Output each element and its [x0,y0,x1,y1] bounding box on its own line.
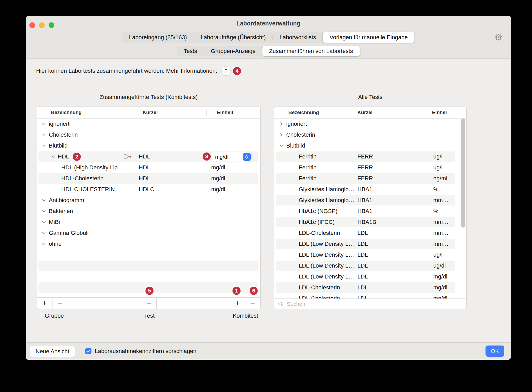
test-name: LDL (Low Density L… [299,251,354,258]
test-einheit: mm… [433,228,449,238]
test-name: LDL (Low Density L… [299,262,354,269]
test-row[interactable]: Glykiertes Hamoglo…HBA1% [274,184,466,195]
test-name: ignoriert [286,121,307,127]
remove-test-button[interactable]: − [142,298,157,309]
chevron-down-icon[interactable] [42,198,46,203]
test-name: Blutbild [49,142,68,149]
test-row[interactable]: LDL-CholesterinLDLmg/dl [274,293,466,298]
kombitests-rows: ignoriertCholesterinBlutbildHDL2HDL3mg/d… [37,118,260,298]
test-row[interactable]: HDL2HDL3mg/dl [37,151,260,162]
test-einheit: mm… [433,238,449,249]
subtab-zusammenführen-von-labortests[interactable]: Zusammenführen von Labortests [262,46,360,56]
tab-laborworklists[interactable]: Laborworklists [273,32,323,43]
test-einheit: mg/dl [211,184,225,195]
col-kuerzel: Kürzel [143,107,158,118]
chevron-right-icon[interactable] [279,132,284,137]
test-name: Glykiertes Hamoglo… [299,186,354,193]
test-caption: Test [144,313,155,319]
chevron-down-icon[interactable] [42,209,46,214]
test-row[interactable]: Glykiertes Hamoglo…HBA1mm… [274,195,466,206]
group-row[interactable]: ignoriert [274,118,466,129]
test-name: LDL (Low Density L… [299,273,354,280]
neue-ansicht-button[interactable]: Neue Ansicht [30,346,75,357]
unit-select[interactable]: mg/dl [211,152,252,162]
test-kuerzel: LDL [357,260,368,271]
unit-select-value: mg/dl [215,154,243,160]
test-name: Cholesterin [286,131,315,138]
test-row[interactable]: FerritinFERRug/l [274,162,466,173]
group-row[interactable]: Bakterien [37,206,260,217]
test-row[interactable]: HDL (High Density Lip…HDLmg/dl [37,162,260,173]
popup-stepper-icon [243,153,251,161]
test-row[interactable]: LDL (Low Density L…LDLmm… [274,238,466,249]
annotation-badge-1: 1 [232,287,241,295]
test-row[interactable]: LDL (Low Density L…LDLug/dl [274,260,466,271]
tab-laboreingang-85-163[interactable]: Laboreingang (85/163) [122,32,194,43]
empty-row [37,271,260,282]
empty-row [37,249,260,260]
kombitest-caption: Kombitest [233,313,258,319]
chevron-down-icon[interactable] [42,231,46,235]
test-row[interactable]: LDL-CholesterinLDLmg/dl [274,282,466,293]
remove-group-button[interactable]: − [52,298,68,309]
test-row[interactable]: HbA1c (IFCC)HBA1Bmm… [274,217,466,228]
col-einheit: Einheit [217,107,233,118]
search-input[interactable] [286,301,466,307]
chevron-down-icon[interactable] [42,220,46,224]
group-row[interactable]: MiBi [37,217,260,228]
settings-gear-icon[interactable]: ⚙ [493,31,504,43]
test-einheit: mg/dl [433,293,447,298]
remove-kombitest-button[interactable]: − [245,298,260,309]
test-name: HDL-Cholesterin [61,175,104,182]
gruppe-caption: Gruppe [45,313,64,319]
chevron-down-icon[interactable] [51,154,56,159]
group-row[interactable]: Blutbild [274,140,466,151]
test-name: ohne [49,241,62,247]
test-row[interactable]: LDL (Low Density L…LDLmg/dl [274,271,466,282]
chevron-right-icon[interactable] [279,122,284,126]
test-row[interactable]: FerritinFERRug/l [274,151,466,162]
add-kombitest-button[interactable]: + [230,298,245,309]
laborausnahme-checkbox[interactable] [85,348,91,354]
test-row[interactable]: HDL-CholesterinHDLmg/dl [37,173,260,184]
tab-vorlagen-für-manuelle-eingabe[interactable]: Vorlagen für manuelle Eingabe [323,32,415,43]
add-group-button[interactable]: + [37,298,52,309]
group-row[interactable]: Cholesterin [274,129,466,140]
test-kuerzel: FERR [357,162,373,173]
help-button[interactable]: ? [221,66,231,76]
group-row[interactable]: Cholesterin [37,129,260,140]
subtab-gruppen-anzeige[interactable]: Gruppen-Anzeige [204,46,262,56]
scrollbar-thumb[interactable] [461,118,465,228]
kombitests-table: Bezeichnung Kürzel Einheit ignoriertChol… [37,106,261,309]
test-row[interactable]: LDL (Low Density L…LDLug/l [274,249,466,260]
group-row[interactable]: ignoriert [37,118,260,129]
tab-laboraufträge-übersicht[interactable]: Laboraufträge (Übersicht) [194,32,272,43]
test-einheit: ug/l [433,151,442,162]
search-bar [274,298,466,309]
table-header: Bezeichnung Kürzel Einheit [37,107,260,119]
subtab-tests[interactable]: Tests [177,46,204,56]
info-line: Hier können Labortests zusammengeführt w… [36,66,241,76]
chevron-down-icon[interactable] [42,242,46,246]
chevron-down-icon[interactable] [42,132,46,137]
test-row[interactable]: LDL-CholesterinLDLmm… [274,228,466,238]
annotation-badge-4: 4 [233,67,241,75]
chevron-down-icon[interactable] [42,143,46,148]
group-row[interactable]: Antibiogramm [37,195,260,206]
annotation-badge-3: 3 [203,152,211,161]
chevron-down-icon[interactable] [279,143,284,148]
group-row[interactable]: ohne [37,238,260,249]
ok-button[interactable]: OK [486,346,504,357]
group-row[interactable]: Gamma Globuli [37,228,260,238]
alle-tests-rows: ignoriertCholesterinBlutbildFerritinFERR… [274,118,466,298]
test-row[interactable]: FerritinFERRng/ml [274,173,466,184]
chevron-down-icon[interactable] [42,122,46,126]
test-row[interactable]: HDL CHOLESTERINHDLCmg/dl [37,184,260,195]
test-kuerzel: FERR [357,151,373,162]
group-row[interactable]: Blutbild [37,140,260,151]
test-einheit: mm… [433,217,449,228]
test-name: Ferritin [299,175,316,182]
test-row[interactable]: HbA1c (NGSP)HBA1% [274,206,466,217]
col-bezeichnung: Bezeichnung [51,107,82,118]
test-name: ignoriert [49,121,69,127]
